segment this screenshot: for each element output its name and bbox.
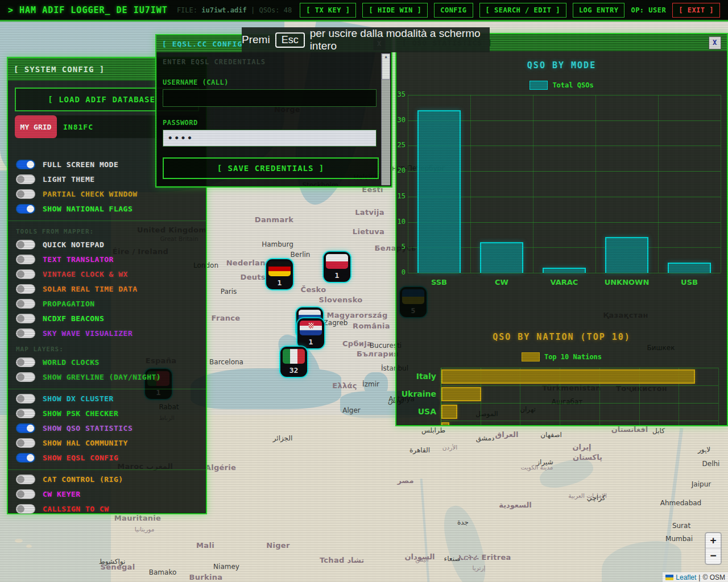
toggle-switch-propagation[interactable] [16, 299, 35, 309]
toggle-vintage-clock-wx[interactable]: VINTAGE CLOCK & WX [8, 267, 206, 281]
toggle-switch-show-hal-community[interactable] [16, 438, 35, 448]
toggle-switch-quick-notepad[interactable] [16, 240, 35, 250]
map-label: الجزائر [273, 434, 293, 442]
toggle-switch-show-national-flags[interactable] [16, 204, 35, 214]
flag-marker-germany[interactable]: 1 [266, 259, 293, 289]
map-label: Србија [342, 339, 372, 348]
map-label: Bamako [149, 568, 177, 576]
toggle-switch-world-clocks[interactable] [16, 357, 35, 367]
toggle-show-national-flags[interactable]: SHOW NATIONAL FLAGS [8, 201, 206, 216]
v-gridline [658, 95, 659, 273]
toggle-switch-text-translator[interactable] [16, 255, 35, 264]
toggle-show-eqsl-config[interactable]: SHOW EQSL CONFIG [8, 450, 206, 465]
toggle-switch-light-theme[interactable] [16, 174, 35, 184]
toggle-sky-wave-visualizer[interactable]: SKY WAVE VISUALIZER [8, 326, 206, 340]
toggle-label-solar-real-time-data: SOLAR REAL TIME DATA [43, 285, 138, 293]
toggle-switch-show-greyline[interactable] [16, 372, 35, 382]
map-label: Niamey [213, 563, 239, 571]
qso-count: QSOs: 48 [259, 6, 292, 14]
zoom-out-button[interactable]: − [706, 548, 721, 563]
flag-marker-italy[interactable]: 32 [280, 347, 307, 377]
toggle-quick-notepad[interactable]: QUICK NOTEPAD [8, 237, 206, 252]
toggle-callsign-to-cw[interactable]: CALLSIGN TO CW [8, 501, 206, 516]
osm-link[interactable]: © OSM [702, 573, 725, 581]
map-label: دمشق [476, 434, 494, 442]
toggle-switch-callsign-to-cw[interactable] [16, 504, 35, 514]
stats-close-button[interactable]: X [709, 36, 721, 49]
toggle-switch-solar-real-time-data[interactable] [16, 284, 35, 294]
toggle-world-clocks[interactable]: WORLD CLOCKS [8, 355, 206, 369]
map-label: Alger [342, 406, 360, 414]
map-label: Česko [301, 285, 326, 294]
notice-suffix: per uscire dalla modalità a schermo inte… [310, 27, 490, 52]
toggle-solar-real-time-data[interactable]: SOLAR REAL TIME DATA [8, 281, 206, 296]
toggle-text-translator[interactable]: TEXT TRANSLATOR [8, 252, 206, 267]
toggle-knob [17, 395, 24, 402]
map-label: القاهرة [410, 446, 430, 454]
config-button[interactable]: CONFIG [434, 3, 473, 18]
toggle-propagation[interactable]: PROPAGATION [8, 296, 206, 311]
flag-marker-croatia[interactable]: 1 [297, 318, 324, 348]
toggle-knob [17, 176, 24, 183]
map-label: România [353, 322, 390, 330]
map-label: Zagreb [324, 319, 348, 327]
y-axis-tick: 35 [395, 90, 406, 98]
dialog-scrollbar[interactable]: ▲ [381, 53, 390, 185]
toggle-switch-full-screen-mode[interactable] [16, 160, 35, 169]
toggle-show-psk-checker[interactable]: SHOW PSK CHECKER [8, 406, 206, 421]
toggle-switch-partial-check-window[interactable] [16, 189, 35, 199]
italy-flag-icon [283, 349, 305, 364]
toggle-switch-show-qso-statistics[interactable] [16, 423, 35, 433]
toggle-switch-cat-control-rig[interactable] [16, 475, 35, 484]
qso-statistics-panel: [ QSO STATISTICS ] X QSO BY MODE Total Q… [395, 33, 728, 426]
toggle-label-show-qso-statistics: SHOW QSO STATISTICS [43, 424, 133, 433]
toggle-show-greyline[interactable]: SHOW GREYLINE (DAY/NIGHT) [8, 369, 206, 384]
toggle-show-hal-community[interactable]: SHOW HAL COMMUNITY [8, 435, 206, 450]
toggle-switch-show-dx-cluster[interactable] [16, 394, 35, 404]
map-label: Magyarország [327, 311, 388, 319]
password-input[interactable] [163, 130, 377, 147]
toggle-ncdxf-beacons[interactable]: NCDXF BEACONS [8, 311, 206, 326]
v-gridline [533, 95, 533, 273]
dialog-scrollbar-thumb[interactable]: ▲ [382, 53, 390, 80]
toggle-switch-sky-wave-visualizer[interactable] [16, 329, 35, 338]
map-label: Delhi [702, 460, 720, 468]
username-input[interactable] [163, 89, 377, 107]
toggle-show-qso-statistics[interactable]: SHOW QSO STATISTICS [8, 421, 206, 435]
flag-marker-poland[interactable]: 1 [324, 252, 350, 282]
map-label: پاکستان [573, 453, 602, 462]
hide-win-button[interactable]: [ HIDE WIN ] [362, 3, 428, 18]
toggle-label-show-hal-community: SHOW HAL COMMUNITY [43, 439, 128, 447]
search-edit-button[interactable]: [ SEARCH / EDIT ] [479, 3, 566, 18]
v-gridline [721, 95, 721, 273]
tx-key-button[interactable]: [ TX KEY ] [300, 3, 356, 18]
toggle-switch-ncdxf-beacons[interactable] [16, 314, 35, 323]
toggle-label-callsign-to-cw: CALLSIGN TO CW [43, 505, 109, 513]
log-entry-button[interactable]: LOG ENTRY [573, 3, 625, 18]
toggle-switch-show-psk-checker[interactable] [16, 409, 35, 418]
toggle-cat-control-rig[interactable]: CAT CONTROL (RIG) [8, 472, 206, 487]
toggle-cw-keyer[interactable]: CW KEYER [8, 487, 206, 501]
toggle-knob [27, 454, 34, 462]
toggle-switch-vintage-clock-wx[interactable] [16, 269, 35, 279]
map-label: Sénégal [101, 563, 135, 571]
poland-flag-icon [326, 254, 348, 269]
map-label: کابل [652, 427, 665, 435]
save-credentials-button[interactable]: [ SAVE CREDENTIALS ] [163, 157, 379, 179]
toggle-label-sky-wave-visualizer: SKY WAVE VISUALIZER [43, 329, 133, 338]
toggle-switch-cw-keyer[interactable] [16, 489, 35, 499]
zoom-in-button[interactable]: + [706, 533, 721, 548]
map-label: إرتريا [473, 564, 486, 571]
mode-legend-swatch [530, 81, 548, 90]
map-label: صنعاء [444, 555, 461, 563]
nation-label-italy: Italy [398, 368, 436, 385]
bar-usb [668, 263, 711, 273]
map-label: Jaipur [692, 480, 711, 488]
toggle-partial-check-window[interactable]: PARTIAL CHECK WINDOW [8, 186, 206, 201]
toggle-show-dx-cluster[interactable]: SHOW DX CLUSTER [8, 391, 206, 406]
v-gridline [408, 95, 408, 273]
map-label: إيران [573, 443, 592, 451]
leaflet-link[interactable]: Leaflet [676, 573, 696, 581]
toggle-switch-show-eqsl-config[interactable] [16, 453, 35, 463]
exit-button[interactable]: [ EXIT ] [672, 3, 720, 18]
